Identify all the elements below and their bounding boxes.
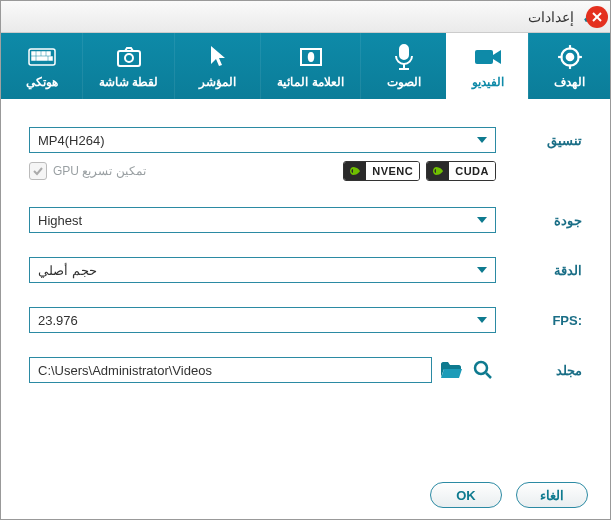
nvidia-icon — [344, 162, 366, 180]
badge-nvenc: NVENC — [343, 161, 420, 181]
select-value: Highest — [38, 213, 82, 228]
badge-text: NVENC — [366, 162, 419, 180]
chevron-down-icon — [477, 317, 487, 323]
svg-rect-20 — [32, 57, 35, 60]
tab-label: المؤشر — [199, 75, 236, 89]
svg-rect-16 — [32, 52, 35, 55]
tab-watermark[interactable]: العلامة المائية — [260, 33, 360, 99]
tab-label: لقطة شاشة — [99, 75, 158, 89]
nvidia-icon — [427, 162, 449, 180]
svg-line-24 — [486, 373, 491, 378]
select-value: 23.976 — [38, 313, 78, 328]
chevron-down-icon — [477, 267, 487, 273]
content-panel: تنسيق MP4(H264) تمكين تسريع GPU — [1, 99, 610, 471]
tab-hotkey[interactable]: هوتكي — [0, 33, 82, 99]
keyboard-icon — [28, 43, 56, 71]
svg-point-23 — [475, 362, 487, 374]
label-quality: جودة — [496, 213, 582, 228]
row-folder: مجلد — [29, 357, 582, 383]
open-folder-button[interactable] — [438, 357, 464, 383]
tab-label: هوتكي — [26, 75, 58, 89]
tab-screenshot[interactable]: لقطة شاشة — [82, 33, 174, 99]
svg-rect-19 — [47, 52, 50, 55]
label-format: تنسيق — [496, 133, 582, 148]
svg-rect-22 — [49, 57, 52, 60]
cancel-button[interactable]: الغاء — [516, 482, 588, 508]
mic-icon — [390, 43, 418, 71]
gpu-label: تمكين تسريع GPU — [53, 164, 146, 178]
tab-label: العلامة المائية — [277, 75, 343, 89]
select-value: حجم أصلي — [38, 263, 97, 278]
svg-point-14 — [125, 54, 133, 62]
select-resolution[interactable]: حجم أصلي — [29, 257, 496, 283]
folder-input[interactable] — [29, 357, 432, 383]
row-resolution: الدقة حجم أصلي — [29, 257, 582, 283]
tab-target[interactable]: الهدف — [528, 33, 610, 99]
select-format[interactable]: MP4(H264) — [29, 127, 496, 153]
row-format: تنسيق MP4(H264) — [29, 127, 582, 153]
tab-cursor[interactable]: المؤشر — [174, 33, 260, 99]
svg-rect-9 — [400, 45, 408, 59]
tab-label: الهدف — [554, 75, 585, 89]
label-resolution: الدقة — [496, 263, 582, 278]
tab-video[interactable]: الفيديو — [446, 33, 528, 99]
select-fps[interactable]: 23.976 — [29, 307, 496, 333]
row-quality: جودة Highest — [29, 207, 582, 233]
svg-rect-18 — [42, 52, 45, 55]
badge-cuda: CUDA — [426, 161, 496, 181]
label-folder: مجلد — [496, 363, 582, 378]
svg-point-3 — [566, 54, 573, 61]
select-value: MP4(H264) — [38, 133, 104, 148]
gpu-badges: NVENC CUDA — [343, 161, 496, 181]
target-icon — [556, 43, 584, 71]
tab-label: الفيديو — [472, 75, 504, 89]
browse-button[interactable] — [470, 357, 496, 383]
badge-text: CUDA — [449, 162, 495, 180]
footer: OK الغاء — [1, 471, 610, 519]
svg-rect-21 — [37, 57, 47, 60]
tabs: الهدف الفيديو الصوت العلامة المائية المؤ… — [1, 33, 610, 99]
video-icon — [474, 43, 502, 71]
select-quality[interactable]: Highest — [29, 207, 496, 233]
gpu-checkbox-group: تمكين تسريع GPU — [29, 162, 146, 180]
tab-audio[interactable]: الصوت — [360, 33, 446, 99]
ok-button[interactable]: OK — [430, 482, 502, 508]
watermark-icon — [297, 43, 325, 71]
svg-rect-8 — [475, 50, 493, 64]
svg-rect-17 — [37, 52, 40, 55]
chevron-down-icon — [477, 137, 487, 143]
row-fps: FPS: 23.976 — [29, 307, 582, 333]
cursor-icon — [204, 43, 232, 71]
camera-icon — [115, 43, 143, 71]
label-fps: FPS: — [496, 313, 582, 328]
gpu-checkbox[interactable] — [29, 162, 47, 180]
window-title: إعدادات — [528, 9, 574, 25]
tab-label: الصوت — [387, 75, 421, 89]
close-button[interactable] — [586, 6, 608, 28]
titlebar: إعدادات — [1, 1, 610, 33]
settings-window: إعدادات الهدف الفيديو الصوت — [0, 0, 611, 520]
chevron-down-icon — [477, 217, 487, 223]
